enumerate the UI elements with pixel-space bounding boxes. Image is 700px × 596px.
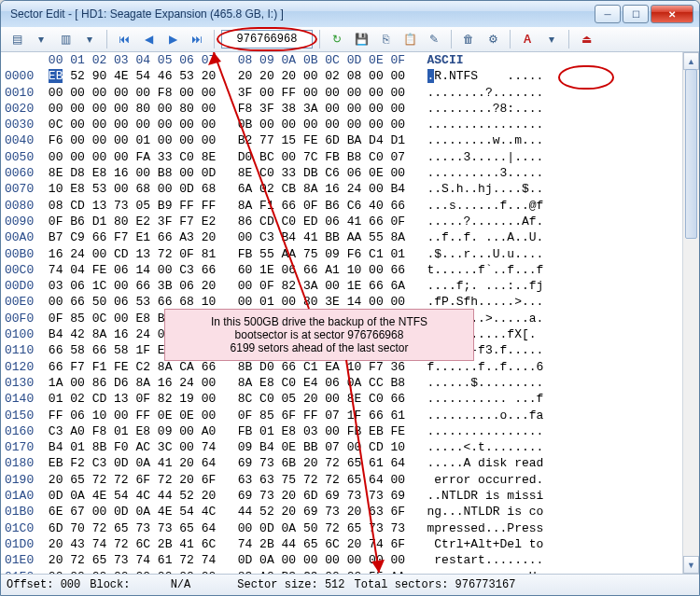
hex-row[interactable]: 00C0 74 04 FE 06 14 00 C3 66 60 1E 06 66… — [5, 262, 543, 278]
hex-row[interactable]: 0180 EB F2 C3 0D 0A 41 20 64 69 73 6B 20… — [5, 455, 543, 471]
hex-row[interactable]: 00A0 B7 C9 66 F7 E1 66 A3 20 00 C3 B4 41… — [5, 229, 543, 245]
hex-row[interactable]: 0150 FF 06 10 00 FF 0E 0E 00 0F 85 6F FF… — [5, 408, 543, 423]
hex-row[interactable]: 0120 66 F7 F1 FE C2 8A CA 66 8B D0 66 C1… — [5, 359, 543, 375]
first-icon[interactable]: ⏮ — [114, 29, 134, 49]
annotation-line3: 6199 setors ahead of the last sector — [175, 341, 464, 354]
vertical-scrollbar[interactable]: ▲ ▼ — [682, 52, 699, 574]
annotation-line2: bootsector is at sector 976766968 — [175, 328, 464, 341]
ntfs-highlight-oval — [558, 65, 614, 90]
prev-icon[interactable]: ◀ — [138, 29, 159, 49]
block-value: N/A — [171, 578, 191, 591]
total-sectors-label: Total sectors: — [355, 578, 449, 591]
statusbar: Offset: 000 Block: N/A Sector size: 512 … — [1, 574, 699, 595]
dropdown-icon[interactable]: ▾ — [31, 29, 51, 49]
refresh-icon[interactable]: ↻ — [327, 29, 347, 49]
hex-row[interactable]: 0080 08 CD 13 73 05 B9 FF FF 8A F1 66 0F… — [5, 198, 543, 214]
maximize-button[interactable]: ☐ — [623, 5, 649, 23]
app-window: Sector Edit - [ HD1: Seagate Expansion (… — [0, 0, 700, 596]
separator — [106, 30, 107, 49]
hex-row[interactable]: 0030 0C 00 00 00 00 00 00 00 0B 00 00 00… — [5, 117, 543, 132]
separator — [451, 30, 452, 49]
hex-row[interactable]: 0000 EB 52 90 4E 54 46 53 20 20 20 20 00… — [5, 68, 543, 84]
offset-value: 000 — [61, 578, 81, 591]
sector-size-value: 512 — [325, 578, 345, 591]
annotation-box: In this 500GB drive the backup of the NT… — [164, 309, 474, 361]
hex-view[interactable]: 00 01 02 03 04 05 06 07 08 09 0A 0B 0C 0… — [1, 52, 699, 574]
scroll-up-icon[interactable]: ▲ — [683, 52, 699, 70]
next-icon[interactable]: ▶ — [162, 29, 183, 49]
titlebar: Sector Edit - [ HD1: Seagate Expansion (… — [1, 1, 699, 27]
hex-row[interactable]: 01D0 20 43 74 72 6C 2B 41 6C 74 2B 44 65… — [5, 536, 543, 552]
paste-icon[interactable]: 📋 — [399, 29, 420, 49]
hex-row[interactable]: 00D0 03 06 1C 00 66 3B 06 20 00 0F 82 3A… — [5, 278, 543, 294]
gear-icon[interactable]: ⚙ — [483, 29, 503, 49]
hex-row[interactable]: 01B0 6E 67 00 0D 0A 4E 54 4C 44 52 20 69… — [5, 504, 543, 520]
copy-icon[interactable]: ⎘ — [375, 29, 396, 49]
hex-row[interactable]: 0170 B4 01 8B F0 AC 3C 00 74 09 B4 0E BB… — [5, 439, 543, 455]
block-label: Block: — [90, 578, 130, 591]
hex-row[interactable]: 01E0 20 72 65 73 74 61 72 74 0D 0A 00 00… — [5, 552, 543, 568]
separator — [319, 30, 320, 49]
separator — [214, 30, 215, 49]
hex-row[interactable]: 0050 00 00 00 00 FA 33 C0 8E D0 BC 00 7C… — [5, 149, 543, 165]
hex-row[interactable]: 0020 00 00 00 00 80 00 80 00 F8 3F 38 3A… — [5, 101, 543, 117]
save-icon[interactable]: 💾 — [351, 29, 371, 49]
hex-row[interactable]: 0090 0F B6 D1 80 E2 3F F7 E2 86 CD C0 ED… — [5, 214, 543, 229]
scroll-thumb[interactable] — [685, 69, 697, 239]
new-icon[interactable]: ▤ — [7, 29, 27, 49]
hex-row[interactable]: 0060 8E D8 E8 16 00 B8 00 0D 8E C0 33 DB… — [5, 165, 543, 181]
exit-icon[interactable]: ⏏ — [576, 29, 596, 49]
minimize-button[interactable]: ─ — [595, 5, 621, 23]
last-icon[interactable]: ⏭ — [187, 29, 207, 49]
hex-row[interactable]: 0070 10 E8 53 00 68 00 0D 68 6A 02 CB 8A… — [5, 181, 543, 197]
sector-input[interactable]: 976766968 — [221, 30, 313, 49]
hex-row[interactable]: 01C0 6D 70 72 65 73 73 65 64 00 0D 0A 50… — [5, 520, 543, 536]
separator — [510, 30, 511, 49]
dropdown3-icon[interactable]: ▾ — [541, 29, 562, 49]
hex-row[interactable]: 0040 F6 00 00 00 01 00 00 00 B2 77 15 FE… — [5, 132, 543, 148]
sector-size-label: Sector size: — [237, 578, 317, 591]
annotation-line1: In this 500GB drive the backup of the NT… — [175, 315, 464, 328]
hex-row[interactable]: 0160 C3 A0 F8 01 E8 09 00 A0 FB 01 E8 03… — [5, 423, 543, 439]
hex-row[interactable]: 0190 20 65 72 72 6F 72 20 6F 63 63 75 72… — [5, 472, 543, 488]
separator — [568, 30, 569, 49]
scroll-down-icon[interactable]: ▼ — [683, 556, 699, 574]
total-sectors-value: 976773167 — [455, 578, 516, 591]
hex-row[interactable]: 00B0 16 24 00 CD 13 72 0F 81 FB 55 AA 75… — [5, 246, 543, 262]
hex-row[interactable]: 0140 01 02 CD 13 0F 82 19 00 8C C0 05 20… — [5, 391, 543, 407]
tool-icon[interactable]: ✎ — [424, 29, 444, 49]
hex-row[interactable]: 0130 1A 00 86 D6 8A 16 24 00 8A E8 C0 E4… — [5, 375, 543, 391]
list-icon[interactable]: ▥ — [55, 29, 76, 49]
hex-row[interactable]: 01A0 0D 0A 4E 54 4C 44 52 20 69 73 20 6D… — [5, 488, 543, 504]
window-title: Sector Edit - [ HD1: Seagate Expansion (… — [7, 7, 593, 21]
toolbar: ▤ ▾ ▥ ▾ ⏮ ◀ ▶ ⏭ 976766968 ↻ 💾 ⎘ 📋 ✎ 🗑 ⚙ … — [1, 27, 699, 52]
offset-label: Offset: — [7, 578, 53, 591]
dropdown2-icon[interactable]: ▾ — [79, 29, 100, 49]
delete-icon[interactable]: 🗑 — [458, 29, 479, 49]
hex-row[interactable]: 0010 00 00 00 00 00 F8 00 00 3F 00 FF 00… — [5, 85, 543, 101]
sector-input-value: 976766968 — [237, 33, 298, 46]
font-icon[interactable]: A — [517, 29, 538, 49]
close-button[interactable]: ✕ — [651, 5, 693, 23]
